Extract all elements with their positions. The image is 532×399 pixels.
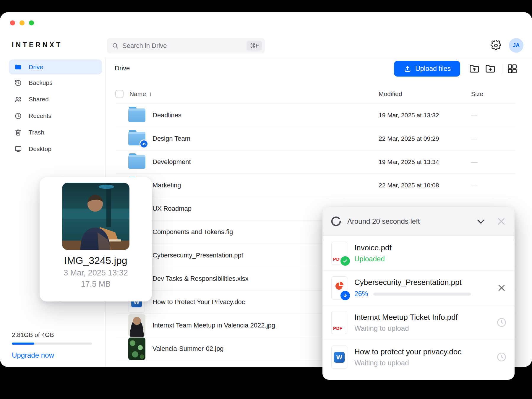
column-header-size[interactable]: Size xyxy=(471,90,483,98)
toast-status-text: Around 20 seconds left xyxy=(347,217,475,226)
storage-meter xyxy=(12,343,92,345)
upload-item-status: Waiting to upload xyxy=(354,324,496,332)
upload-files-button[interactable]: Upload files xyxy=(394,61,460,77)
waiting-clock-icon xyxy=(496,317,507,328)
sidebar-item-drive[interactable]: Drive xyxy=(9,59,102,74)
desktop-monitor-icon xyxy=(14,145,22,153)
upload-item-cybersecurity: Cybersecurity_Presentation.ppt 26% xyxy=(322,270,515,305)
sidebar-item-label: Desktop xyxy=(29,145,51,153)
select-all-checkbox[interactable] xyxy=(115,90,124,98)
sidebar-item-desktop[interactable]: Desktop xyxy=(0,141,106,157)
upload-progress-toast: Around 20 seconds left PDF Invoice.pdf U… xyxy=(322,207,515,380)
pdf-file-icon: PDF xyxy=(331,311,347,334)
storage-widget: 2.81GB of 4GB Upgrade now xyxy=(12,331,95,359)
internxt-logo: INTERNXT xyxy=(12,41,62,49)
file-name: How to Protect Your Privacy.doc xyxy=(153,298,245,306)
shared-badge-icon xyxy=(140,140,148,148)
file-size: — xyxy=(471,182,477,189)
file-name: Cybersecurity_Presentation.ppt xyxy=(153,252,243,259)
preview-photo xyxy=(62,183,129,250)
settings-gear-icon[interactable] xyxy=(491,40,501,51)
close-icon[interactable] xyxy=(496,216,507,227)
search-input[interactable]: Search in Drive ⌘F xyxy=(107,38,265,53)
upload-item-privacy-doc: W How to protect your privacy.doc Waitin… xyxy=(322,340,515,374)
storage-usage-text: 2.81GB of 4GB xyxy=(12,331,95,338)
sidebar: Drive Backups Shared Recents Trash Deskt… xyxy=(0,59,106,157)
sidebar-item-trash[interactable]: Trash xyxy=(0,124,106,141)
grid-view-icon[interactable] xyxy=(507,63,518,74)
file-name: Development xyxy=(153,158,191,166)
word-doc-icon: W xyxy=(331,346,347,369)
upload-percent: 26% xyxy=(354,290,368,298)
search-placeholder: Search in Drive xyxy=(122,42,247,50)
file-size: — xyxy=(471,112,477,119)
file-name: Valencia-Summer-02.jpg xyxy=(153,345,223,353)
upload-files-label: Upload files xyxy=(415,65,451,73)
file-name: Internxt Team Meetup in Valencia 2022.jp… xyxy=(153,322,275,329)
chevron-down-icon[interactable] xyxy=(475,215,487,227)
new-folder-icon[interactable] xyxy=(485,63,496,74)
sidebar-item-backups[interactable]: Backups xyxy=(0,74,106,91)
table-row[interactable]: Design Team 22 Mar, 2025 at 09:29 — xyxy=(115,127,516,150)
preview-date: 3 Mar, 2025 13:32 xyxy=(40,268,152,278)
ppt-file-icon xyxy=(331,276,347,299)
user-avatar[interactable]: JA xyxy=(509,38,523,53)
progress-bar xyxy=(373,293,471,296)
window-controls xyxy=(10,20,34,25)
sidebar-item-label: Drive xyxy=(29,64,43,71)
toolbar-divider xyxy=(502,64,502,74)
sidebar-item-label: Shared xyxy=(29,96,49,103)
file-modified: 22 Mar, 2025 at 09:29 xyxy=(379,135,439,142)
close-window-button[interactable] xyxy=(10,20,15,25)
upload-progress: 26% xyxy=(354,290,496,298)
file-size: — xyxy=(471,158,477,166)
upload-item-status: Uploaded xyxy=(354,255,507,263)
sort-ascending-icon[interactable]: ↑ xyxy=(149,90,152,98)
folder-icon xyxy=(128,108,145,122)
file-size: — xyxy=(471,135,477,142)
upload-item-meetup-ticket: PDF Internxt Meetup Ticket Info.pdf Wait… xyxy=(322,305,515,340)
file-name: UX Roadmap xyxy=(153,205,192,213)
sidebar-item-label: Backups xyxy=(29,79,53,86)
folder-icon xyxy=(128,155,145,169)
powerpoint-pie-icon xyxy=(335,281,344,291)
upload-item-invoice: PDF Invoice.pdf Uploaded xyxy=(322,236,515,270)
table-row[interactable]: Marketing 22 Mar, 2025 at 10:08 — xyxy=(115,173,516,197)
uploading-arrow-icon xyxy=(340,290,351,301)
spinner-icon xyxy=(331,216,341,227)
column-header-modified[interactable]: Modified xyxy=(379,90,402,98)
preview-filesize: 17.5 MB xyxy=(40,280,152,289)
file-name: Components and Tokens.fig xyxy=(153,228,233,236)
upload-item-name: Cybersecurity_Presentation.ppt xyxy=(354,278,496,287)
file-modified: 22 Mar, 2025 at 10:08 xyxy=(379,182,439,189)
maximize-window-button[interactable] xyxy=(29,20,34,25)
file-name: Dev Tasks & Responsibilities.xlsx xyxy=(153,275,249,283)
cancel-upload-icon[interactable] xyxy=(496,283,507,293)
sidebar-item-recents[interactable]: Recents xyxy=(0,108,106,124)
drive-folder-icon xyxy=(14,63,22,71)
upload-icon xyxy=(403,65,412,73)
sidebar-item-shared[interactable]: Shared xyxy=(0,91,106,108)
table-header: Name ↑ Modified Size xyxy=(115,84,516,103)
upload-item-name: Invoice.pdf xyxy=(354,243,507,252)
minimize-window-button[interactable] xyxy=(20,20,25,25)
pdf-file-icon: PDF xyxy=(331,242,347,265)
sidebar-item-label: Trash xyxy=(29,129,44,136)
upload-item-name: How to protect your privacy.doc xyxy=(354,347,496,356)
search-icon xyxy=(112,42,119,49)
uploaded-check-icon xyxy=(340,255,351,267)
sidebar-item-label: Recents xyxy=(29,112,51,119)
upgrade-now-link[interactable]: Upgrade now xyxy=(12,351,95,359)
upload-folder-icon[interactable] xyxy=(469,63,480,74)
preview-filename: IMG_3245.jpg xyxy=(40,255,152,266)
table-row[interactable]: Deadlines 19 Mar, 2025 at 13:32 — xyxy=(115,103,516,127)
file-name: Design Team xyxy=(153,135,190,142)
file-modified: 19 Mar, 2025 at 13:34 xyxy=(379,158,439,166)
storage-meter-fill xyxy=(12,343,34,345)
file-modified: 19 Mar, 2025 at 13:32 xyxy=(379,112,439,119)
column-header-name[interactable]: Name xyxy=(129,90,146,98)
table-row[interactable]: Development 19 Mar, 2025 at 13:34 — xyxy=(115,150,516,173)
photo-thumbnail xyxy=(128,314,145,337)
photo-thumbnail xyxy=(128,338,145,360)
trash-icon xyxy=(14,129,22,137)
